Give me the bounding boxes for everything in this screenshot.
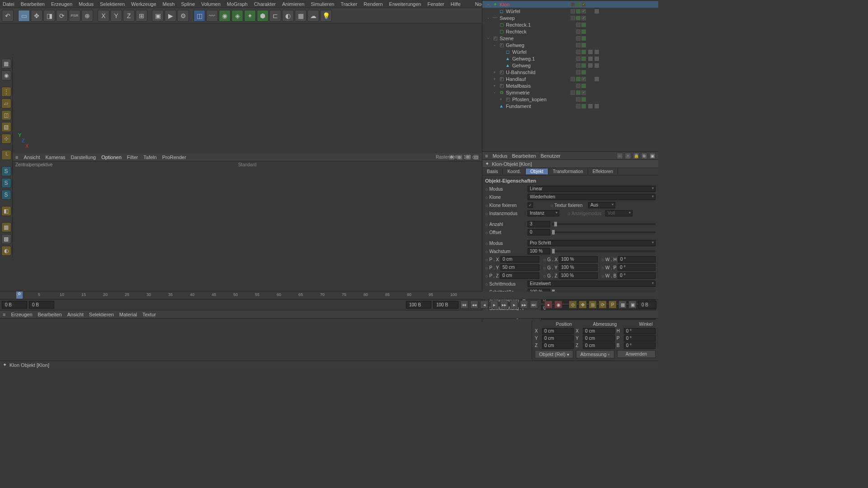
spline-button[interactable]: 〰 — [206, 10, 218, 22]
key-sel-button[interactable]: ▣ — [628, 300, 637, 309]
modus-dropdown[interactable]: Linear — [528, 186, 656, 192]
expand-icon[interactable]: - — [492, 90, 497, 95]
tag-icon[interactable] — [594, 63, 599, 68]
key-all-button[interactable]: ▦ — [618, 300, 627, 309]
visibility-flag[interactable] — [576, 2, 580, 7]
hamburger-icon[interactable]: ≡ — [15, 155, 18, 160]
null-button[interactable]: 💡 — [320, 10, 332, 22]
py-field[interactable]: 50 cm — [500, 264, 540, 271]
workplane-button[interactable]: ◧ — [1, 206, 11, 216]
expand-icon[interactable]: + — [492, 77, 497, 81]
visibility-flag[interactable] — [576, 16, 580, 20]
px-field[interactable]: 0 cm — [500, 256, 540, 263]
menu-item[interactable]: Simulieren — [311, 1, 335, 7]
goto-start-button[interactable]: ⏮ — [460, 300, 468, 309]
visibility-flag[interactable] — [576, 43, 580, 47]
key-scale-button[interactable]: ✥ — [579, 300, 587, 309]
visibility-flag[interactable] — [571, 2, 575, 7]
visibility-flag[interactable] — [581, 50, 586, 54]
loop-start-field[interactable]: 0 B — [29, 301, 54, 309]
gx-field[interactable]: 100 % — [559, 256, 597, 263]
klone-dropdown[interactable]: Wiederholen — [528, 194, 656, 200]
menu-item[interactable]: Erzeugen — [51, 1, 72, 7]
tree-row[interactable]: +◰U-Bahnschild — [482, 69, 658, 75]
move-tool[interactable]: ✥ — [31, 10, 42, 22]
tree-row[interactable]: +◰Pfosten_kopien — [482, 96, 658, 103]
model-mode-button[interactable]: ▦ — [1, 59, 11, 69]
visibility-flag[interactable] — [576, 97, 580, 102]
expand-icon[interactable]: + — [492, 70, 497, 75]
expand-icon[interactable]: - — [486, 16, 491, 20]
visibility-flag[interactable] — [581, 84, 586, 88]
coord-abm-dropdown[interactable]: Abmessung ▾ — [576, 350, 614, 358]
tree-row[interactable]: ▲Gehweg.1 — [482, 55, 658, 62]
visibility-flag[interactable] — [581, 16, 586, 20]
prev-key-button[interactable]: ◂◂ — [470, 300, 478, 309]
instanz-dropdown[interactable]: Instanz — [528, 210, 559, 216]
am-up-icon[interactable]: ↑ — [625, 153, 631, 159]
menu-item[interactable]: Erweiterungen — [389, 1, 421, 7]
viewport-solo-button[interactable]: └ — [1, 150, 11, 160]
textur-fix-dropdown[interactable]: Aus — [588, 202, 615, 208]
menu-item[interactable]: Hilfe — [451, 1, 461, 7]
tree-row[interactable]: +◰Metallbasis — [482, 82, 658, 89]
visibility-flag[interactable] — [576, 56, 580, 61]
tree-row[interactable]: ◻Würfel — [482, 8, 658, 14]
schrittmodus-dropdown[interactable]: Einzelwert — [528, 281, 656, 287]
texture-mode-button[interactable]: ◉ — [1, 70, 11, 80]
visibility-flag[interactable] — [581, 63, 586, 68]
visibility-flag[interactable] — [581, 2, 586, 7]
visibility-flag[interactable] — [576, 23, 580, 27]
loop-end-field[interactable]: 100 B — [406, 301, 431, 309]
axis-x-button[interactable]: X — [98, 10, 109, 22]
tab-basis[interactable]: Basis — [482, 169, 503, 174]
menu-item[interactable]: Fenster — [427, 1, 444, 7]
gy-field[interactable]: 100 % — [559, 264, 597, 271]
prev-frame-button[interactable]: ◂ — [480, 300, 488, 309]
am-menu-item[interactable]: Bearbeiten — [512, 153, 536, 159]
tree-row[interactable]: -⧉Symmetrie — [482, 89, 658, 96]
object-tree[interactable]: -✦Klon ◻Würfel-〰Sweep ▢Rechteck.1 ▢Recht… — [482, 1, 658, 152]
visibility-flag[interactable] — [576, 77, 580, 81]
angle-field[interactable]: 0 ° — [624, 343, 656, 349]
next-key-button[interactable]: ▸▸ — [520, 300, 528, 309]
visibility-flag[interactable] — [581, 43, 586, 47]
tree-row[interactable]: ▢Rechteck.1 — [482, 21, 658, 28]
hamburger-icon[interactable]: ≡ — [485, 153, 488, 159]
am-lock-icon[interactable]: 🔒 — [633, 153, 639, 159]
visibility-flag[interactable] — [581, 104, 586, 108]
key-rot-button[interactable]: ⊞ — [589, 300, 597, 309]
visibility-flag[interactable] — [581, 70, 586, 75]
edges-mode-button[interactable]: ▱ — [1, 99, 11, 108]
visibility-flag[interactable] — [581, 36, 586, 41]
tab-koord[interactable]: Koord. — [503, 169, 525, 174]
am-menu-item[interactable]: Benutzer — [541, 153, 561, 159]
key-pos-button[interactable]: ⊙ — [569, 300, 577, 309]
coord-system-button[interactable]: ⊞ — [136, 10, 147, 22]
mat-menu-item[interactable]: Erzeugen — [11, 312, 32, 317]
klone-fix-checkbox[interactable] — [528, 202, 533, 208]
tab-transformation[interactable]: Transformation — [548, 169, 588, 174]
goto-end-button[interactable]: ⏭ — [530, 300, 538, 309]
tree-row[interactable]: +◰Handlauf — [482, 75, 658, 82]
visibility-flag[interactable] — [571, 9, 575, 14]
range-start-field[interactable]: 0 B — [2, 301, 27, 309]
light-button[interactable]: ◐ — [282, 10, 294, 22]
pos-field[interactable]: 0 cm — [542, 335, 574, 342]
key-pla-button[interactable]: P — [609, 300, 617, 309]
wachstum-field[interactable]: 100 % — [528, 248, 550, 254]
pz-field[interactable]: 0 cm — [500, 272, 539, 279]
snap-enable-button[interactable]: S — [1, 166, 11, 176]
undo-button[interactable]: ↶ — [2, 10, 14, 22]
visibility-flag[interactable] — [571, 77, 575, 81]
tag-icon[interactable] — [594, 9, 599, 14]
tree-row[interactable]: ◻Würfel — [482, 48, 658, 55]
key-param-button[interactable]: ⟳ — [599, 300, 607, 309]
vp-menu-item[interactable]: Darstellung — [71, 155, 96, 160]
menu-item[interactable]: Rendern — [363, 1, 382, 7]
mat-menu-item[interactable]: Textur — [142, 312, 156, 317]
deformer-button[interactable]: ◈ — [231, 10, 243, 22]
expand-icon[interactable]: + — [492, 84, 497, 88]
soft-select-button[interactable]: ▦ — [1, 222, 11, 232]
locked-tool[interactable]: ⊕ — [81, 10, 93, 22]
